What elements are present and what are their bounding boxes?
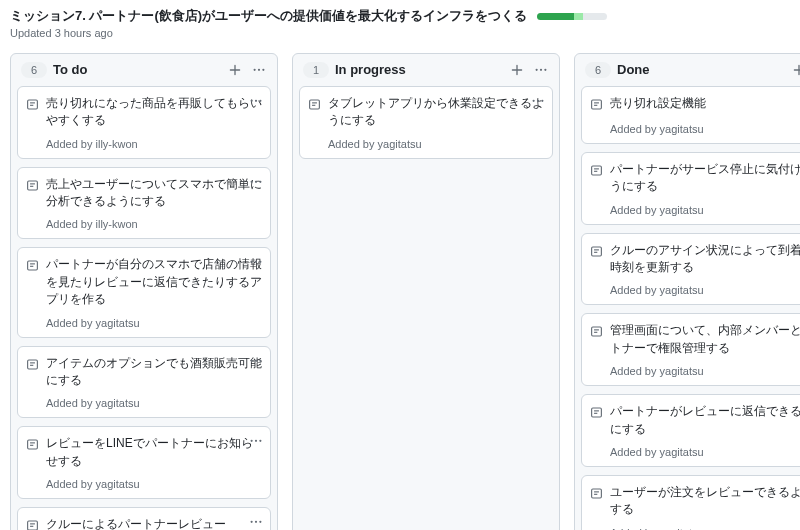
card-title: ユーザーが注文をレビューできるようにする bbox=[610, 484, 800, 519]
kebab-icon bbox=[249, 94, 263, 108]
card-added-by: Added by yagitatsu bbox=[46, 317, 262, 329]
progress-indicator bbox=[537, 13, 607, 20]
draft-issue-icon bbox=[590, 163, 604, 181]
card-header: パートナーがサービス停止に気付けるようにする bbox=[590, 161, 800, 196]
card-list: 売り切れになった商品を再販してもらいやすくするAdded by illy-kwo… bbox=[17, 86, 271, 530]
card-menu-button[interactable] bbox=[248, 514, 264, 530]
card-header: アイテムのオプションでも酒類販売可能にする bbox=[26, 355, 262, 390]
plus-icon bbox=[228, 63, 242, 77]
card[interactable]: タブレットアプリから休業設定できるようにするAdded by yagitatsu bbox=[299, 86, 553, 159]
card-menu-button[interactable] bbox=[248, 93, 264, 109]
card-menu-button[interactable] bbox=[248, 174, 264, 190]
card-added-by: Added by illy-kwon bbox=[46, 218, 262, 230]
plus-icon bbox=[510, 63, 524, 77]
draft-issue-icon bbox=[26, 97, 40, 115]
draft-issue-icon bbox=[26, 258, 40, 276]
draft-issue-icon bbox=[26, 518, 40, 530]
kebab-icon bbox=[249, 354, 263, 368]
kebab-icon bbox=[534, 63, 548, 77]
card-header: クルーのアサイン状況によって到着目安時刻を更新する bbox=[590, 242, 800, 277]
card-list: 売り切れ設定機能Added by yagitatsuパートナーがサービス停止に気… bbox=[581, 86, 800, 530]
updated-label: Updated 3 hours ago bbox=[10, 27, 790, 39]
column-count-badge: 6 bbox=[585, 62, 611, 78]
column-count-badge: 1 bbox=[303, 62, 329, 78]
card[interactable]: ユーザーが注文をレビューできるようにするAdded by yagitatsu bbox=[581, 475, 800, 530]
card-header: ユーザーが注文をレビューできるようにする bbox=[590, 484, 800, 519]
column-todo: 6To do売り切れになった商品を再販してもらいやすくするAdded by il… bbox=[10, 53, 278, 530]
kebab-icon bbox=[531, 94, 545, 108]
column-actions bbox=[791, 62, 800, 78]
draft-issue-icon bbox=[26, 437, 40, 455]
card-menu-button[interactable] bbox=[530, 93, 546, 109]
card[interactable]: アイテムのオプションでも酒類販売可能にするAdded by yagitatsu bbox=[17, 346, 271, 419]
card-header: 売り切れ設定機能 bbox=[590, 95, 800, 115]
draft-issue-icon bbox=[590, 97, 604, 115]
draft-issue-icon bbox=[590, 324, 604, 342]
draft-issue-icon bbox=[590, 486, 604, 504]
card-title: レビューをLINEでパートナーにお知らせする bbox=[46, 435, 262, 470]
project-title: ミッション7. パートナー(飲食店)がユーザーへの提供価値を最大化するインフラを… bbox=[10, 8, 527, 25]
column-inprogress: 1In progressタブレットアプリから休業設定できるようにするAdded … bbox=[292, 53, 560, 530]
card-title: 売り切れになった商品を再販してもらいやすくする bbox=[46, 95, 262, 130]
card-title: クルーによるパートナーレビュー bbox=[46, 516, 262, 530]
add-card-button[interactable] bbox=[509, 62, 525, 78]
card-menu-button[interactable] bbox=[248, 353, 264, 369]
card-title: 管理画面について、内部メンバーとパートナーで権限管理する bbox=[610, 322, 800, 357]
card[interactable]: パートナーが自分のスマホで店舗の情報を見たりレビューに返信できたりするアプリを作… bbox=[17, 247, 271, 337]
card[interactable]: レビューをLINEでパートナーにお知らせするAdded by yagitatsu bbox=[17, 426, 271, 499]
card-header: パートナーがレビューに返信できるようにする bbox=[590, 403, 800, 438]
add-card-button[interactable] bbox=[227, 62, 243, 78]
card-title: 売り切れ設定機能 bbox=[610, 95, 800, 112]
card-added-by: Added by yagitatsu bbox=[328, 138, 544, 150]
kebab-icon bbox=[249, 175, 263, 189]
card-menu-button[interactable] bbox=[248, 254, 264, 270]
draft-issue-icon bbox=[308, 97, 322, 115]
card[interactable]: クルーのアサイン状況によって到着目安時刻を更新するAdded by yagita… bbox=[581, 233, 800, 306]
card[interactable]: 売上やユーザーについてスマホで簡単に分析できるようにするAdded by ill… bbox=[17, 167, 271, 240]
card-added-by: Added by yagitatsu bbox=[46, 397, 262, 409]
card[interactable]: クルーによるパートナーレビューAdded by yagitatsu bbox=[17, 507, 271, 530]
column-title: Done bbox=[617, 62, 785, 77]
column-actions bbox=[227, 62, 267, 78]
card-list: タブレットアプリから休業設定できるようにするAdded by yagitatsu bbox=[299, 86, 553, 159]
card-title: パートナーがレビューに返信できるようにする bbox=[610, 403, 800, 438]
kebab-icon bbox=[249, 515, 263, 529]
card[interactable]: 売り切れになった商品を再販してもらいやすくするAdded by illy-kwo… bbox=[17, 86, 271, 159]
card-header: クルーによるパートナーレビュー bbox=[26, 516, 262, 530]
card-added-by: Added by illy-kwon bbox=[46, 138, 262, 150]
card-title: タブレットアプリから休業設定できるようにする bbox=[328, 95, 544, 130]
card-added-by: Added by yagitatsu bbox=[610, 204, 800, 216]
card-menu-button[interactable] bbox=[248, 433, 264, 449]
card-title: パートナーがサービス停止に気付けるようにする bbox=[610, 161, 800, 196]
draft-issue-icon bbox=[590, 244, 604, 262]
card[interactable]: パートナーがレビューに返信できるようにするAdded by yagitatsu bbox=[581, 394, 800, 467]
card-added-by: Added by yagitatsu bbox=[610, 123, 800, 135]
card-header: タブレットアプリから休業設定できるようにする bbox=[308, 95, 544, 130]
card-added-by: Added by yagitatsu bbox=[46, 478, 262, 490]
card-header: 売上やユーザーについてスマホで簡単に分析できるようにする bbox=[26, 176, 262, 211]
add-card-button[interactable] bbox=[791, 62, 800, 78]
kebab-icon bbox=[249, 255, 263, 269]
card-added-by: Added by yagitatsu bbox=[610, 284, 800, 296]
progress-fill bbox=[537, 13, 583, 20]
kebab-icon bbox=[252, 63, 266, 77]
card-added-by: Added by yagitatsu bbox=[610, 365, 800, 377]
column-menu-button[interactable] bbox=[251, 62, 267, 78]
column-header: 6To do bbox=[17, 60, 271, 86]
draft-issue-icon bbox=[590, 405, 604, 423]
column-header: 1In progress bbox=[299, 60, 553, 86]
card-title: クルーのアサイン状況によって到着目安時刻を更新する bbox=[610, 242, 800, 277]
kebab-icon bbox=[249, 434, 263, 448]
card[interactable]: 管理画面について、内部メンバーとパートナーで権限管理するAdded by yag… bbox=[581, 313, 800, 386]
column-actions bbox=[509, 62, 549, 78]
card-added-by: Added by yagitatsu bbox=[610, 446, 800, 458]
column-done: 6Done売り切れ設定機能Added by yagitatsuパートナーがサービ… bbox=[574, 53, 800, 530]
card-title: パートナーが自分のスマホで店舗の情報を見たりレビューに返信できたりするアプリを作… bbox=[46, 256, 262, 308]
card-header: 売り切れになった商品を再販してもらいやすくする bbox=[26, 95, 262, 130]
card-header: レビューをLINEでパートナーにお知らせする bbox=[26, 435, 262, 470]
column-count-badge: 6 bbox=[21, 62, 47, 78]
column-menu-button[interactable] bbox=[533, 62, 549, 78]
card[interactable]: 売り切れ設定機能Added by yagitatsu bbox=[581, 86, 800, 144]
card-header: 管理画面について、内部メンバーとパートナーで権限管理する bbox=[590, 322, 800, 357]
card[interactable]: パートナーがサービス停止に気付けるようにするAdded by yagitatsu bbox=[581, 152, 800, 225]
